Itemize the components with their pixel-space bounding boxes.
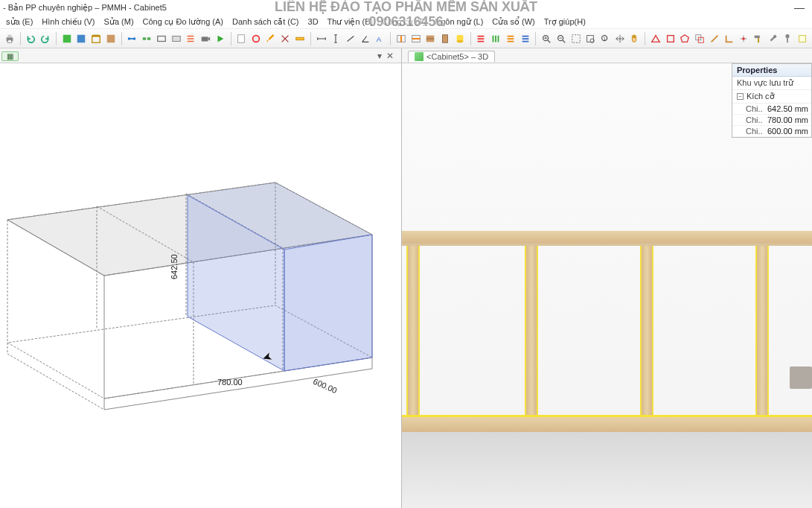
shape-penta-icon[interactable] bbox=[679, 31, 692, 46]
menu-lang[interactable]: Ngôn ngữ (L) bbox=[430, 17, 487, 27]
hstripe-orange-icon[interactable] bbox=[504, 31, 517, 46]
tab-3d[interactable]: <Cabinet5> – 3D bbox=[408, 51, 495, 62]
page-icon[interactable] bbox=[234, 31, 248, 46]
zoom-fit-icon[interactable] bbox=[569, 31, 583, 46]
menu-cutlist[interactable]: Danh sách cắt (C) bbox=[228, 17, 304, 27]
shape-tri-icon[interactable] bbox=[649, 31, 662, 46]
workspace: ▦ ▾ ✕ bbox=[0, 48, 812, 508]
drawer-icon[interactable] bbox=[424, 31, 438, 46]
title-bar: - Bản PP chuyên nghiệp – PMMH - Cabinet5… bbox=[0, 0, 812, 15]
svg-rect-4 bbox=[77, 34, 86, 42]
collapse-icon[interactable]: − bbox=[737, 93, 744, 100]
prop-row[interactable]: Chi.. 642.50 mm bbox=[732, 104, 811, 115]
panel-blue-icon[interactable] bbox=[75, 31, 89, 46]
rect-icon[interactable] bbox=[155, 31, 168, 46]
panel-wood-icon[interactable] bbox=[104, 31, 118, 46]
camera-icon[interactable] bbox=[199, 31, 212, 46]
svg-rect-3 bbox=[63, 34, 71, 42]
zoom-sel-icon[interactable] bbox=[584, 31, 597, 46]
window-title: - Bản PP chuyên nghiệp – PMMH - Cabinet5 bbox=[3, 3, 167, 13]
menu-view[interactable]: Hình chiếu (V) bbox=[37, 17, 99, 27]
svg-rect-13 bbox=[172, 36, 180, 41]
window-minimize-icon[interactable]: — bbox=[794, 1, 805, 13]
render-divider-4 bbox=[755, 246, 769, 421]
hdim-icon[interactable] bbox=[315, 31, 328, 46]
cylinder-icon[interactable] bbox=[453, 31, 467, 46]
svg-point-16 bbox=[253, 35, 260, 42]
svg-text:A: A bbox=[377, 34, 382, 42]
wrench-icon[interactable] bbox=[767, 31, 780, 46]
shape-square-icon[interactable] bbox=[664, 31, 677, 46]
cabinet-wireframe bbox=[0, 138, 387, 451]
print-icon[interactable] bbox=[3, 31, 16, 46]
list-icon[interactable] bbox=[184, 31, 197, 46]
menu-tool[interactable]: Công cụ (T) bbox=[377, 17, 430, 27]
link2-icon[interactable] bbox=[140, 31, 153, 46]
menu-window[interactable]: Cửa sổ (W) bbox=[487, 17, 539, 27]
menu-library[interactable]: Thư viện (B) bbox=[323, 17, 378, 27]
align-dim-icon[interactable] bbox=[344, 31, 357, 46]
zoom-in-icon[interactable] bbox=[540, 31, 553, 46]
copy-shape-icon[interactable] bbox=[693, 31, 706, 46]
dim-width: 780.00 bbox=[217, 378, 243, 387]
zoom-out-icon[interactable] bbox=[554, 31, 568, 46]
vdim-icon[interactable] bbox=[330, 31, 343, 46]
play-icon[interactable] bbox=[214, 31, 227, 46]
tab-dropdown-icon[interactable]: ▾ bbox=[376, 51, 383, 61]
zoom-1-icon[interactable]: 1 bbox=[598, 31, 612, 46]
svg-rect-7 bbox=[107, 34, 115, 42]
edge-icon[interactable] bbox=[708, 31, 721, 46]
hammer-icon[interactable] bbox=[752, 31, 765, 46]
menu-tools[interactable]: Công cụ Đo lường (A) bbox=[138, 17, 228, 27]
svg-rect-25 bbox=[443, 34, 448, 42]
rect-fill-icon[interactable] bbox=[170, 31, 183, 46]
svg-rect-48 bbox=[787, 37, 788, 42]
divider-h-icon[interactable] bbox=[409, 31, 423, 46]
cut-icon[interactable] bbox=[279, 31, 292, 46]
prop-row[interactable]: Chi.. 600.00 mm bbox=[732, 126, 811, 137]
pane-2d: ▦ ▾ ✕ bbox=[0, 48, 402, 508]
menu-bar: sửa (E) Hình chiếu (V) Sửa (M) Công cụ Đ… bbox=[0, 15, 812, 29]
panel-green-icon[interactable] bbox=[60, 31, 74, 46]
menu-edit[interactable]: sửa (E) bbox=[1, 17, 37, 27]
svg-rect-49 bbox=[799, 35, 806, 42]
left-tab-chip[interactable]: ▦ bbox=[0, 48, 19, 63]
text-icon[interactable]: A bbox=[374, 31, 387, 46]
screw-icon[interactable] bbox=[781, 31, 794, 46]
undo-icon[interactable] bbox=[25, 31, 38, 46]
svg-text:1: 1 bbox=[603, 35, 606, 40]
canvas-2d[interactable]: 642.50 780.00 600.00 ➤ bbox=[0, 63, 401, 508]
render-floor bbox=[402, 432, 812, 508]
note-icon[interactable] bbox=[796, 31, 809, 46]
corner-icon[interactable] bbox=[723, 31, 736, 46]
prop-row[interactable]: Chi.. 780.00 mm bbox=[732, 115, 811, 126]
dim-height: 642.50 bbox=[170, 254, 179, 279]
pencil-icon[interactable] bbox=[264, 31, 278, 46]
menu-fix[interactable]: Sửa (M) bbox=[100, 17, 138, 27]
prop-key: Chi.. bbox=[746, 104, 765, 113]
panel-box-icon[interactable] bbox=[89, 31, 103, 46]
divider-v-icon[interactable] bbox=[394, 31, 408, 46]
svg-point-8 bbox=[128, 37, 131, 40]
vstripe-green-icon[interactable] bbox=[489, 31, 502, 46]
hand-icon[interactable] bbox=[628, 31, 642, 46]
menu-help[interactable]: Trợ giúp(H) bbox=[540, 17, 590, 27]
svg-rect-36 bbox=[572, 34, 580, 42]
clip-icon[interactable] bbox=[737, 31, 750, 46]
angle-icon[interactable] bbox=[359, 31, 372, 46]
tab-close-icon[interactable]: ✕ bbox=[385, 51, 395, 61]
circle-icon[interactable] bbox=[249, 31, 263, 46]
door-icon[interactable] bbox=[438, 31, 452, 46]
ruler-icon[interactable] bbox=[293, 31, 307, 46]
svg-line-30 bbox=[548, 39, 551, 42]
redo-icon[interactable] bbox=[39, 31, 52, 46]
properties-title: Properties bbox=[732, 64, 811, 77]
hstripe-blue-icon[interactable] bbox=[519, 31, 532, 46]
toolbar-separator bbox=[645, 32, 645, 45]
right-tabstrip: <Cabinet5> – 3D bbox=[402, 48, 812, 63]
link-icon[interactable] bbox=[126, 31, 139, 46]
properties-group[interactable]: − Kích cỡ bbox=[732, 90, 811, 104]
menu-3d[interactable]: 3D bbox=[304, 17, 323, 26]
pan-icon[interactable] bbox=[613, 31, 627, 46]
hstripe-red-icon[interactable] bbox=[475, 31, 488, 46]
